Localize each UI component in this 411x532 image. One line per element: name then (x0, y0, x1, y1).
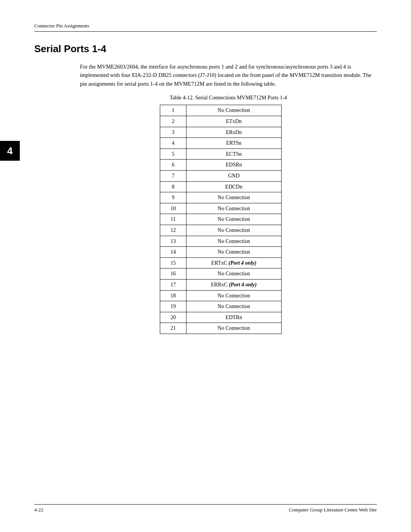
pin-signal: EDCDn (186, 181, 281, 192)
body-text: For the MVME2603/2604, the interface for… (80, 62, 377, 88)
pin-number: 13 (160, 236, 186, 247)
table-row: 20EDTRn (160, 312, 282, 323)
table-row: 18No Connection (160, 290, 282, 301)
table-row: 2ETxDn (160, 116, 282, 127)
table-row: 9No Connection (160, 192, 282, 203)
pin-signal: ERTxC (Port 4 only) (186, 257, 281, 268)
footer-site-label: Computer Group Literature Center Web Sit… (289, 507, 377, 513)
pin-number: 11 (160, 214, 186, 225)
pin-signal: No Connection (186, 268, 281, 280)
pin-number: 2 (160, 116, 186, 127)
table-row: 11No Connection (160, 214, 282, 225)
serial-ports-table: 1No Connection2ETxDn3ERxDn4ERTSn5ECTSn6E… (160, 105, 282, 334)
pin-number: 15 (160, 257, 186, 268)
table-caption: Table 4-12. Serial Connections MVME712M … (80, 95, 377, 101)
page-header: Connector Pin Assignments (34, 23, 377, 32)
pin-signal: No Connection (186, 225, 281, 236)
pin-number: 5 (160, 149, 186, 160)
pin-signal: No Connection (186, 301, 281, 312)
table-container: 1No Connection2ETxDn3ERxDn4ERTSn5ECTSn6E… (65, 105, 377, 334)
pin-number: 6 (160, 160, 186, 171)
pin-signal: EDSRn (186, 160, 281, 171)
pin-signal: GND (186, 170, 281, 181)
pin-signal: EDTRn (186, 312, 281, 323)
page: Connector Pin Assignments 4 Serial Ports… (0, 0, 411, 532)
pin-signal: ERTSn (186, 138, 281, 149)
port-note: (Port 4 only) (229, 260, 256, 266)
chapter-tab: 4 (0, 141, 20, 161)
table-row: 3ERxDn (160, 127, 282, 138)
pin-signal: No Connection (186, 214, 281, 225)
table-row: 12No Connection (160, 225, 282, 236)
pin-number: 8 (160, 181, 186, 192)
pin-number: 18 (160, 290, 186, 301)
pin-number: 4 (160, 138, 186, 149)
pin-number: 7 (160, 170, 186, 181)
pin-signal: No Connection (186, 290, 281, 301)
pin-number: 14 (160, 247, 186, 258)
pin-number: 21 (160, 323, 186, 334)
table-row: 7GND (160, 170, 282, 181)
pin-signal: ECTSn (186, 149, 281, 160)
table-row: 15ERTxC (Port 4 only) (160, 257, 282, 268)
pin-signal: No Connection (186, 247, 281, 258)
pin-number: 17 (160, 279, 186, 290)
pin-number: 9 (160, 192, 186, 203)
page-footer: 4-22 Computer Group Literature Center We… (34, 504, 377, 513)
pin-number: 16 (160, 268, 186, 280)
pin-number: 3 (160, 127, 186, 138)
table-row: 19No Connection (160, 301, 282, 312)
pin-signal: No Connection (186, 236, 281, 247)
pin-number: 12 (160, 225, 186, 236)
pin-signal: No Connection (186, 105, 281, 116)
section-title: Serial Ports 1-4 (34, 43, 377, 55)
table-row: 8EDCDn (160, 181, 282, 192)
header-section-label: Connector Pin Assignments (34, 23, 89, 29)
table-row: 5ECTSn (160, 149, 282, 160)
table-row: 4ERTSn (160, 138, 282, 149)
table-row: 16No Connection (160, 268, 282, 280)
pin-number: 20 (160, 312, 186, 323)
footer-page-number: 4-22 (34, 507, 43, 513)
table-row: 1No Connection (160, 105, 282, 116)
pin-number: 10 (160, 203, 186, 214)
pin-number: 19 (160, 301, 186, 312)
table-row: 6EDSRn (160, 160, 282, 171)
pin-signal: No Connection (186, 323, 281, 334)
port-note: (Port 4 only) (229, 282, 256, 288)
table-row: 10No Connection (160, 203, 282, 214)
pin-signal: ERxDn (186, 127, 281, 138)
table-row: 14No Connection (160, 247, 282, 258)
pin-number: 1 (160, 105, 186, 116)
pin-signal: ERRxC (Port 4 only) (186, 279, 281, 290)
pin-signal: No Connection (186, 192, 281, 203)
pin-signal: ETxDn (186, 116, 281, 127)
table-row: 21No Connection (160, 323, 282, 334)
table-row: 17ERRxC (Port 4 only) (160, 279, 282, 290)
pin-signal: No Connection (186, 203, 281, 214)
table-row: 13No Connection (160, 236, 282, 247)
